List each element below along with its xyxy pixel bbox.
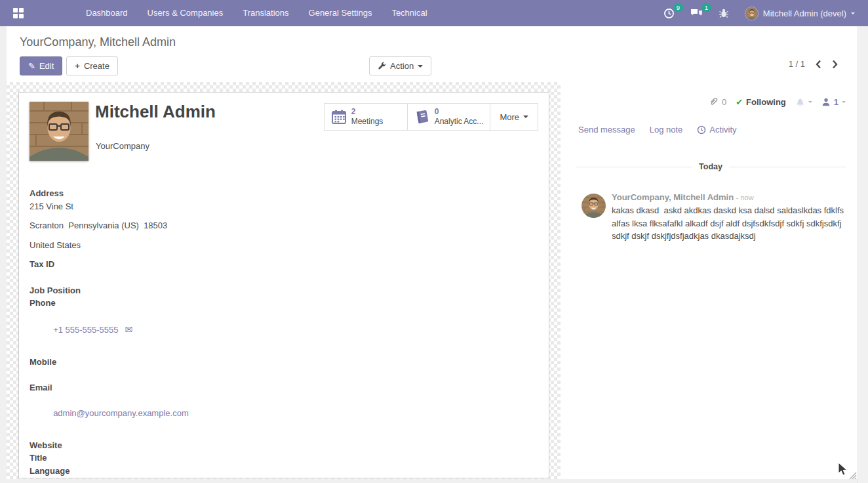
odoo-app-window: Dashboard Users & Companies Translations… xyxy=(0,0,868,483)
activity-label: Activity xyxy=(709,125,736,135)
pager-previous-icon[interactable] xyxy=(816,60,821,69)
attachments-count: 0 xyxy=(722,97,726,107)
meetings-count: 2 xyxy=(351,107,384,117)
activity-clock-icon xyxy=(697,125,706,135)
meetings-label: Meetings xyxy=(351,117,384,127)
job-position-label: Job Position xyxy=(30,284,305,297)
email-row: admin@yourcompany.example.com xyxy=(30,394,305,432)
horizontal-scrollbar[interactable] xyxy=(7,479,858,483)
activities-button[interactable]: 9 xyxy=(663,8,675,19)
title-label: Title xyxy=(30,452,305,464)
messages-badge: 1 xyxy=(701,3,711,12)
chevron-down-icon xyxy=(523,116,528,118)
vertical-scrollbar[interactable] xyxy=(858,26,868,483)
chat-bubbles-icon xyxy=(690,8,703,18)
message-timestamp: - now xyxy=(736,194,754,201)
tax-id-label: Tax ID xyxy=(30,258,305,270)
debug-bug-icon[interactable] xyxy=(719,8,729,18)
user-name: Mitchell Admin (devel) xyxy=(763,9,846,18)
form-sheet: Mitchell Admin YourCompany xyxy=(18,92,549,478)
message-body: kakas dkasd askd akdkas daskd ksa dalsd … xyxy=(612,204,849,243)
log-note-button[interactable]: Log note xyxy=(650,125,683,135)
partner-photo xyxy=(30,102,89,161)
breadcrumb: YourCompany, Mitchell Admin xyxy=(20,35,176,49)
followers-dropdown[interactable]: 1 xyxy=(821,97,846,107)
edit-label: Edit xyxy=(39,61,54,71)
sms-envelope-icon[interactable]: ✉ xyxy=(125,324,133,335)
edit-button[interactable]: ✎ Edit xyxy=(20,56,62,75)
messages-button[interactable]: 1 xyxy=(690,8,703,18)
menu-users-companies[interactable]: Users & Companies xyxy=(138,0,233,26)
check-icon: ✔ xyxy=(736,97,743,107)
menu-dashboard[interactable]: Dashboard xyxy=(76,0,138,26)
apps-menu-icon[interactable] xyxy=(13,8,24,18)
clock-icon xyxy=(663,8,675,19)
menu-technical[interactable]: Technical xyxy=(382,0,437,26)
email-link[interactable]: admin@yourcompany.example.com xyxy=(53,408,189,418)
phone-link[interactable]: +1 555-555-5555 xyxy=(53,325,118,335)
more-dropdown-button[interactable]: More xyxy=(490,104,538,130)
chatter-topbar: 0 ✔ Following 1 xyxy=(709,96,846,107)
control-panel: YourCompany, Mitchell Admin ✎ Edit + Cre… xyxy=(7,26,858,82)
followers-count: 1 xyxy=(834,97,838,107)
email-label: Email xyxy=(30,381,305,394)
chevron-down-icon xyxy=(808,101,812,103)
attachments-button[interactable]: 0 xyxy=(709,97,726,107)
user-menu[interactable]: Mitchell Admin (devel) xyxy=(745,7,855,20)
systray: 9 1 xyxy=(663,7,868,20)
more-label: More xyxy=(500,112,519,122)
message-author-avatar xyxy=(582,194,606,218)
analytic-label: Analytic Acc... xyxy=(435,117,484,127)
pager-next-icon[interactable] xyxy=(832,60,838,69)
pager-value: 1 / 1 xyxy=(789,59,805,69)
pencil-icon: ✎ xyxy=(28,61,35,71)
chevron-down-icon xyxy=(418,65,423,68)
message-author[interactable]: YourCompany, Mitchell Admin xyxy=(612,192,734,202)
create-button[interactable]: + Create xyxy=(66,56,118,75)
plus-icon: + xyxy=(75,61,80,71)
bell-icon xyxy=(795,96,805,107)
address-label: Address xyxy=(30,187,305,200)
resize-grip[interactable] xyxy=(847,470,857,480)
date-separator: Today xyxy=(576,162,846,171)
date-separator-label: Today xyxy=(699,162,722,171)
menu-translations[interactable]: Translations xyxy=(233,0,298,26)
person-icon xyxy=(821,97,831,106)
analytic-accounts-stat-button[interactable]: 0 Analytic Acc... xyxy=(407,104,490,130)
chatter: 0 ✔ Following 1 xyxy=(561,82,858,483)
form-view: Mitchell Admin YourCompany xyxy=(7,82,858,483)
language-label: Language xyxy=(30,465,305,477)
partner-name: Mitchell Admin xyxy=(95,102,216,122)
meetings-stat-button[interactable]: 2 Meetings xyxy=(325,104,407,130)
form-buttons: ✎ Edit + Create xyxy=(20,56,118,75)
country-value: United States xyxy=(30,239,305,251)
chatter-actions: Send message Log note Activity xyxy=(578,125,737,135)
main-menu: Dashboard Users & Companies Translations… xyxy=(76,0,437,26)
street-value: 215 Vine St xyxy=(30,200,305,213)
activities-badge: 9 xyxy=(673,3,683,12)
menu-general-settings[interactable]: General Settings xyxy=(299,0,382,26)
following-label: Following xyxy=(746,97,786,107)
schedule-activity-button[interactable]: Activity xyxy=(697,125,736,135)
chevron-down-icon xyxy=(851,12,855,14)
city-state-zip-value: Scranton Pennsylvania (US) 18503 xyxy=(30,219,305,232)
message: YourCompany, Mitchell Admin - now kakas … xyxy=(582,192,845,243)
action-dropdown-button[interactable]: Action xyxy=(369,56,431,75)
phone-label: Phone xyxy=(30,297,305,309)
following-button[interactable]: ✔ Following xyxy=(736,97,786,107)
left-gutter xyxy=(0,26,7,483)
paperclip-icon xyxy=(709,97,719,107)
action-label: Action xyxy=(390,61,414,71)
mobile-label: Mobile xyxy=(30,356,305,368)
subscription-dropdown[interactable] xyxy=(795,96,812,107)
partner-company: YourCompany xyxy=(96,141,149,151)
analytic-count: 0 xyxy=(435,107,484,117)
calendar-icon xyxy=(331,109,347,125)
pager: 1 / 1 xyxy=(789,59,838,69)
message-header: YourCompany, Mitchell Admin - now xyxy=(612,192,845,202)
chevron-down-icon xyxy=(842,101,846,103)
user-avatar xyxy=(745,7,759,20)
send-message-button[interactable]: Send message xyxy=(578,125,635,135)
create-label: Create xyxy=(84,61,109,71)
wrench-icon xyxy=(378,62,386,70)
